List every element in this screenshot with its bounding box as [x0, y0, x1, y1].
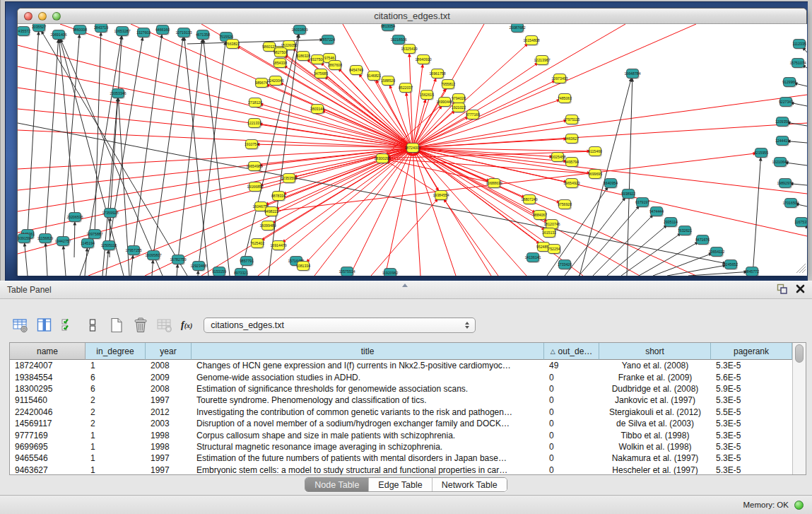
tab-edge-table[interactable]: Edge Table — [369, 478, 432, 491]
table-cell: Investigating the contribution of common… — [192, 407, 544, 417]
table-row[interactable]: 1830029562008Estimation of significance … — [10, 383, 792, 395]
table-cell: Jankovic et al. (1997) — [599, 395, 711, 405]
graph-node-label: 1327602 — [136, 30, 151, 35]
graph-node-label: 939159 — [18, 236, 30, 240]
memory-ok-icon — [794, 501, 804, 510]
function-builder-icon[interactable]: f(x) — [181, 320, 192, 331]
graph-node-label: 15751074 — [789, 61, 806, 65]
network-window-titlebar[interactable]: citations_edges.txt — [18, 8, 806, 24]
graph-node-label: 9327508 — [310, 57, 324, 62]
graph-node-label: 7485063 — [558, 96, 572, 100]
table-cell: Genome-wide association studies in ADHD. — [192, 373, 544, 382]
float-panel-icon[interactable] — [777, 284, 787, 297]
graph-node-label: 10973493 — [551, 76, 567, 81]
split-divider-handle[interactable] — [401, 283, 409, 288]
table-cell: 18724007 — [10, 361, 86, 370]
graph-node-label: 1640954 — [604, 181, 618, 185]
table-cell: 0 — [544, 442, 599, 452]
table-header-row: namein_degreeyeartitle△out_de…shortpager… — [10, 343, 792, 360]
table-cell: 22420046 — [10, 407, 86, 417]
graph-node-label: 752254 — [548, 247, 560, 251]
graph-node-label: 9777169 — [466, 112, 480, 117]
select-columns-icon[interactable] — [58, 316, 79, 334]
graph-node-label: 20206536 — [66, 215, 83, 219]
delete-table-icon[interactable] — [154, 316, 175, 334]
graph-node-label: 10210643 — [772, 160, 788, 164]
new-column-icon[interactable] — [106, 316, 127, 334]
table-panel-body: f(x) citations_edges.txt namein_degreeye… — [0, 299, 812, 495]
column-header-title[interactable]: title — [192, 343, 544, 360]
graph-node-label: 12353594 — [281, 176, 297, 180]
graph-node-label: 2867608 — [328, 63, 342, 67]
memory-status-label: Memory: OK — [743, 501, 789, 509]
table-cell: Corpus callosum shape and size in male p… — [192, 431, 544, 440]
table-row[interactable]: 946362711997Embryonic stem cells: a mode… — [10, 465, 792, 474]
graph-node-label: 20053346 — [110, 91, 126, 95]
graph-node-label: 19218506 — [390, 37, 406, 42]
column-header-pagerank[interactable]: pagerank — [711, 343, 792, 360]
table-cell: 1997 — [146, 453, 192, 463]
table-cell: Tourette syndrome. Phenomenology and cla… — [192, 395, 544, 405]
graph-node-label: 19654923 — [563, 181, 579, 185]
graph-node-label: 9227343 — [779, 100, 793, 104]
graph-node-label: 8878334 — [271, 194, 286, 198]
graph-node-label: 9463627 — [565, 136, 579, 141]
graph-node-label: 15325419 — [401, 47, 417, 51]
application-window: citations_edges.txt 24355722035527206914… — [0, 0, 812, 514]
graph-node-label: 8215955 — [754, 151, 768, 155]
column-header-short[interactable]: short — [599, 343, 711, 360]
table-row[interactable]: 2242004622012Investigating the contribut… — [10, 407, 792, 418]
graph-node-label: 3475685 — [314, 71, 328, 76]
zoom-window-icon[interactable] — [52, 12, 61, 21]
graph-node-label: 12923468 — [190, 264, 206, 268]
row-height-icon[interactable] — [82, 316, 103, 334]
table-cell: 1997 — [146, 395, 192, 405]
network-canvas[interactable]: 2435572203552720691406986000828437191065… — [18, 24, 807, 276]
close-panel-icon[interactable] — [796, 284, 805, 296]
column-header-in_degree[interactable]: in_degree — [86, 343, 146, 360]
table-cell: 1998 — [146, 442, 192, 452]
table-row[interactable]: 1456911722003Disruption of a novel membe… — [10, 418, 792, 429]
graph-node-label: 10688639 — [486, 181, 502, 185]
table-cell: Yano et al. (2008) — [599, 361, 711, 370]
column-header-name[interactable]: name — [10, 343, 86, 360]
table-row[interactable]: 1938455462009Genome-wide association stu… — [10, 371, 792, 382]
graph-node-label: 18807249 — [521, 197, 537, 201]
column-header-year[interactable]: year — [146, 343, 192, 360]
close-window-icon[interactable] — [24, 12, 33, 21]
graph-node-label: 1615132 — [542, 230, 556, 235]
graph-node-label: 9845772 — [745, 269, 759, 274]
graph-node-label: 1588520 — [381, 78, 395, 83]
table-row[interactable]: 969969511998Structural magnetic resonanc… — [10, 441, 792, 452]
network-window[interactable]: citations_edges.txt 24355722035527206914… — [17, 8, 807, 275]
table-row[interactable]: 977716911998Corpus callosum shape and si… — [10, 429, 792, 440]
show-columns-icon[interactable] — [34, 316, 55, 334]
table-cell: 9463627 — [10, 465, 86, 474]
graph-node-label: 9860008 — [73, 28, 87, 32]
table-cell: 0 — [544, 419, 599, 428]
graph-node-label: 16990448 — [436, 100, 452, 104]
column-header-out_de[interactable]: △out_de… — [544, 343, 599, 360]
table-mode-icon[interactable] — [10, 316, 31, 334]
graph-node-label: 20691406 — [50, 33, 66, 37]
graph-node-label: 19384554 — [433, 193, 449, 197]
tab-network-table[interactable]: Network Table — [433, 478, 507, 491]
vertical-scrollbar[interactable] — [792, 343, 806, 474]
table-row[interactable]: 1872400712008Changes of HCN gene express… — [10, 360, 792, 371]
minimize-window-icon[interactable] — [38, 12, 47, 21]
delete-column-icon[interactable] — [130, 316, 151, 334]
table-cell: 2012 — [146, 407, 192, 417]
scrollbar-thumb[interactable] — [795, 344, 804, 363]
table-cell: 9699695 — [10, 442, 86, 452]
table-cell: Stergiakouli et al. (2012) — [599, 407, 711, 417]
tab-node-table[interactable]: Node Table — [305, 478, 369, 491]
graph-node-label: 2803144 — [310, 107, 324, 111]
network-table-select[interactable]: citations_edges.txt — [204, 317, 476, 333]
table-row[interactable]: 911546021997Tourette syndrome. Phenomeno… — [10, 395, 792, 406]
graph-node-label: 22420046 — [267, 78, 283, 83]
table-row[interactable]: 946554611997Estimation of the future num… — [10, 452, 792, 464]
table-cell: 5.3E-5 — [711, 431, 792, 440]
table-cell: 9465546 — [10, 453, 86, 463]
graph-node-label: 17957255 — [125, 248, 141, 252]
table-cell: 0 — [544, 384, 599, 394]
